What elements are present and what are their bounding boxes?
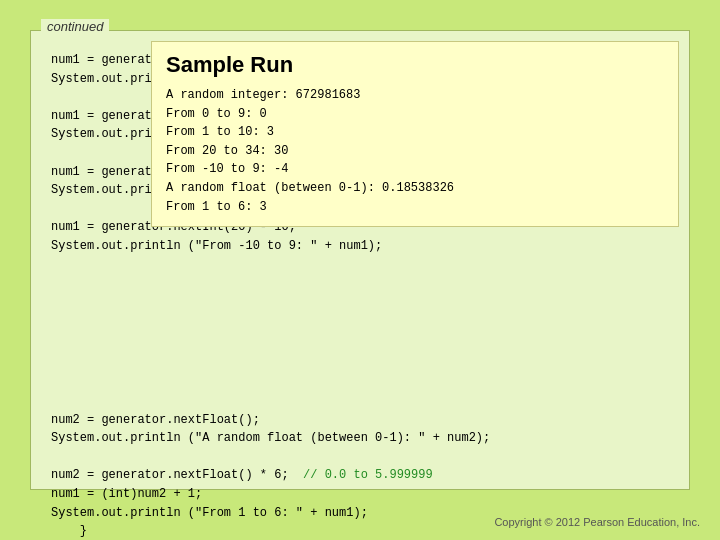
sample-run-title: Sample Run [166, 52, 664, 78]
code-block-line-2: System.out.println ("A random float (bet… [51, 429, 669, 448]
code-line-11: System.out.println ("From -10 to 9: " + … [51, 237, 669, 256]
sample-line-3: From 1 to 10: 3 [166, 123, 664, 142]
continued-label: continued [41, 19, 109, 34]
sample-run-box: Sample Run A random integer: 672981683 F… [151, 41, 679, 227]
sample-run-content: A random integer: 672981683 From 0 to 9:… [166, 86, 664, 216]
code-block-line-4: num2 = generator.nextFloat() * 6; // 0.0… [51, 466, 669, 485]
copyright: Copyright © 2012 Pearson Education, Inc. [494, 516, 700, 528]
code-block-line-5: num1 = (int)num2 + 1; [51, 485, 669, 504]
main-container: continued num1 = generator.nextInt(10); … [30, 30, 690, 490]
sample-line-5: From -10 to 9: -4 [166, 160, 664, 179]
sample-line-6: A random float (between 0-1): 0.18538326 [166, 179, 664, 198]
code-block-line-3 [51, 448, 669, 467]
sample-line-1: A random integer: 672981683 [166, 86, 664, 105]
code-block-line-1: num2 = generator.nextFloat(); [51, 411, 669, 430]
sample-line-2: From 0 to 9: 0 [166, 105, 664, 124]
sample-line-7: From 1 to 6: 3 [166, 198, 664, 217]
code-comment-1: // 0.0 to 5.999999 [303, 468, 433, 482]
sample-line-4: From 20 to 34: 30 [166, 142, 664, 161]
